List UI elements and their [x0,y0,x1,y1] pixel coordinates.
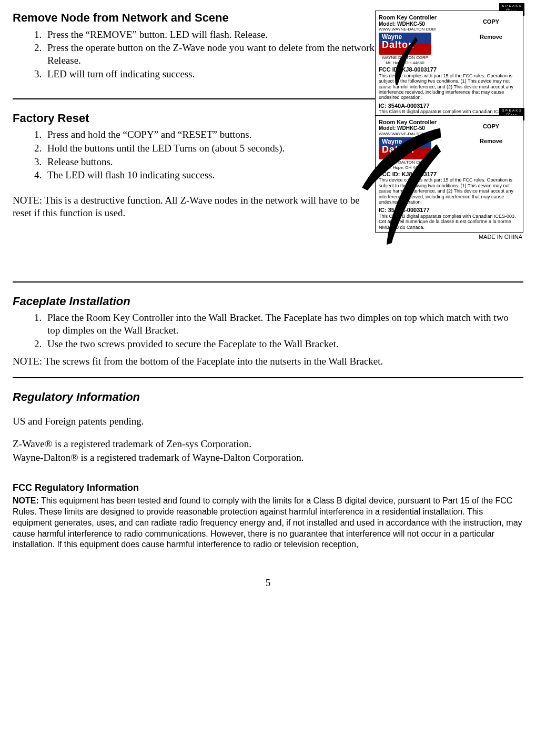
trademark-wd: Wayne-Dalton® is a registered trademark … [13,451,523,464]
model-line: Model: WDHKC-50 [379,21,460,27]
copy-label: COPY [462,123,520,130]
model-value: WDHKC-50 [397,125,425,131]
list-item: Press the “REMOVE” button. LED will flas… [44,28,397,41]
list-item: Release buttons. [44,156,397,168]
fcc-note-label: NOTE: [13,496,39,505]
page-number: 5 [13,577,523,589]
section-factory-reset: Factory Reset Press and hold the “COPY” … [13,111,523,278]
wayne-dalton-logo: Wayne Dalton [379,137,431,159]
corp-name: WAYNE-DALTON CORP [379,160,431,165]
speaks-text: S P E A K S [502,109,521,112]
corp-addr: Mt. Hope, OH 44660 [379,166,431,170]
product-title: Room Key Controller [379,14,460,21]
heading-faceplate: Faceplate Installation [13,294,523,309]
model-line: Model: WDHKC-50 [379,125,460,132]
heading-fcc: FCC Regulatory Information [13,482,523,494]
device-label-box: Room Key Controller Model: WDHKC-50 WWW.… [375,115,523,233]
section-faceplate: Faceplate Installation Place the Room Ke… [13,294,523,375]
fcc-id: FCC ID: KJ8-0003177 [379,171,437,177]
website-text: WWW.WAYNE-DALTON.COM [379,132,460,136]
logo-block: Wayne Dalton WAYNE-DALTON CORP Mt. Hope,… [379,33,431,64]
list-item: LED will turn off indicating success. [44,68,397,80]
faceplate-note: NOTE: The screws fit from the bottom of … [13,355,523,368]
section-divider [13,281,523,283]
corp-addr: Mt. Hope, OH 44660 [379,61,431,65]
wayne-dalton-logo: Wayne Dalton [379,33,431,55]
steps-remove-node: Press the “REMOVE” button. LED will flas… [13,28,397,80]
fcc-block: FCC ID: KJ8-0003177 This device complies… [379,66,520,100]
fcc-note-text: This equipment has been tested and found… [13,496,522,549]
patents-text: US and Foreign patents pending. [13,415,523,428]
remove-label: Remove [462,138,520,145]
ic-text: This Class B digital apparatus complies … [379,214,516,230]
product-title: Room Key Controller [379,119,460,126]
trademark-zwave: Z-Wave® is a registered trademark of Zen… [13,438,523,450]
list-item: Press the operate button on the Z-Wave n… [44,42,397,67]
device-label-figure: S P E A K S Ⓩ▸▸▸ Room Key Controller Mod… [366,115,523,240]
speaks-text: S P E A K S [502,4,521,7]
model-value: WDHKC-50 [397,21,425,27]
heading-regulatory: Regulatory Information [13,390,523,405]
fcc-text: This device complies with part 15 of the… [379,177,513,204]
steps-factory-reset: Press and hold the “COPY” and “RESET” bu… [13,128,397,182]
factory-reset-note: NOTE: This is a destructive function. Al… [13,194,365,219]
fcc-block: FCC ID: KJ8-0003177 This device complies… [379,171,520,205]
ic-id: IC: 3540A-0003177 [379,103,430,109]
made-in-text: MADE IN CHINA [366,234,523,240]
logo-bottom: Dalton [382,40,429,49]
model-label: Model: [379,125,396,131]
fcc-id: FCC ID: KJ8-0003177 [379,66,437,73]
list-item: Place the Room Key Controller into the W… [44,311,523,337]
section-regulatory: Regulatory Information US and Foreign pa… [13,390,523,561]
logo-block: Wayne Dalton WAYNE-DALTON CORP Mt. Hope,… [379,137,431,169]
steps-faceplate: Place the Room Key Controller into the W… [13,311,523,350]
list-item: The LED will flash 10 indicating success… [44,169,397,182]
section-remove-node: Remove Node from Network and Scene Press… [13,11,523,95]
section-divider [13,377,523,378]
fcc-text: This device complies with part 15 of the… [379,73,513,100]
logo-bottom: Dalton [382,145,429,154]
fcc-note-paragraph: NOTE: This equipment has been tested and… [13,496,523,550]
corp-name: WAYNE-DALTON CORP [379,56,431,60]
list-item: Use the two screws provided to secure th… [44,338,523,350]
model-label: Model: [379,21,396,27]
website-text: WWW.WAYNE-DALTON.COM [379,27,460,32]
ic-block: IC: 3540A-0003177 This Class B digital a… [379,207,520,230]
copy-label: COPY [462,18,520,25]
list-item: Press and hold the “COPY” and “RESET” bu… [44,128,397,141]
remove-label: Remove [462,34,520,41]
ic-id: IC: 3540A-0003177 [379,207,430,213]
list-item: Hold the buttons until the LED Turns on … [44,142,397,155]
